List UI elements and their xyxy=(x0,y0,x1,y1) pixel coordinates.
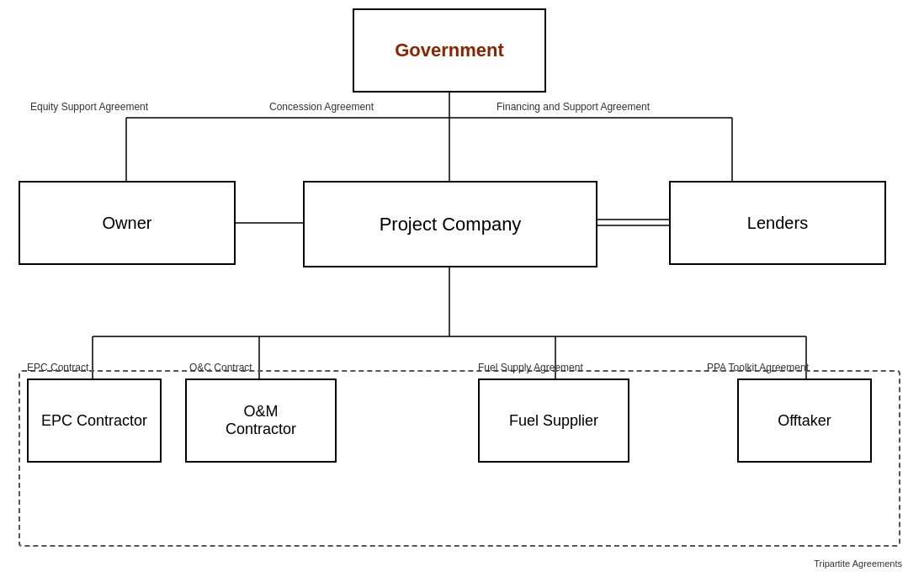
fuel-supply-label: Fuel Supply Agreement xyxy=(478,362,583,373)
epc-contractor-box: EPC Contractor xyxy=(27,378,162,463)
offtaker-label: Offtaker xyxy=(778,412,831,430)
project-company-box: Project Company xyxy=(303,181,597,267)
owner-label: Owner xyxy=(103,214,152,233)
lenders-label: Lenders xyxy=(747,214,808,233)
lenders-box: Lenders xyxy=(669,181,886,265)
epc-contractor-label: EPC Contractor xyxy=(41,412,147,430)
om-contractor-box: O&M Contractor xyxy=(185,378,337,463)
epc-contract-label: EPC Contract xyxy=(27,362,88,373)
government-label: Government xyxy=(395,40,504,61)
tripartite-label: Tripartite Agreements xyxy=(814,558,902,569)
concession-label: Concession Agreement xyxy=(269,101,374,113)
ppa-toolkit-label: PPA Toolkit Agreement xyxy=(707,362,809,373)
offtaker-box: Offtaker xyxy=(737,378,872,463)
equity-support-label: Equity Support Agreement xyxy=(30,101,148,113)
diagram: Government Owner Project Company Lenders… xyxy=(0,0,924,577)
government-box: Government xyxy=(353,8,546,93)
fuel-supplier-box: Fuel Supplier xyxy=(478,378,629,463)
owner-box: Owner xyxy=(19,181,236,265)
om-contractor-label: O&M Contractor xyxy=(226,403,296,438)
project-company-label: Project Company xyxy=(380,214,522,236)
financing-support-label: Financing and Support Agreement xyxy=(497,101,650,113)
fuel-supplier-label: Fuel Supplier xyxy=(509,412,598,430)
oc-contract-label: O&C Contract xyxy=(189,362,252,373)
